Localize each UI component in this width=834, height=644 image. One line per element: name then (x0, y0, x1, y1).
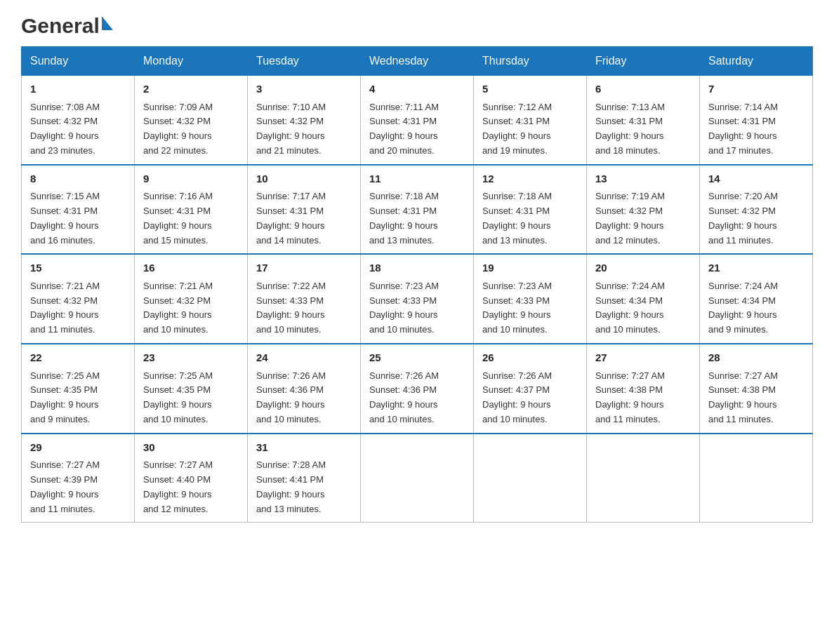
day-info: Sunrise: 7:19 AMSunset: 4:32 PMDaylight:… (595, 189, 691, 248)
day-number: 11 (369, 171, 465, 187)
day-info: Sunrise: 7:28 AMSunset: 4:41 PMDaylight:… (256, 458, 352, 516)
calendar-week-row: 22Sunrise: 7:25 AMSunset: 4:35 PMDayligh… (22, 344, 813, 434)
day-info: Sunrise: 7:26 AMSunset: 4:36 PMDaylight:… (256, 369, 352, 427)
calendar-week-row: 29Sunrise: 7:27 AMSunset: 4:39 PMDayligh… (22, 434, 813, 523)
day-number: 13 (595, 171, 691, 187)
calendar-week-row: 1Sunrise: 7:08 AMSunset: 4:32 PMDaylight… (22, 75, 813, 165)
calendar-cell: 13Sunrise: 7:19 AMSunset: 4:32 PMDayligh… (587, 165, 700, 255)
day-number: 12 (482, 171, 578, 187)
day-number: 17 (256, 260, 352, 276)
calendar-week-row: 8Sunrise: 7:15 AMSunset: 4:31 PMDaylight… (22, 165, 813, 255)
day-info: Sunrise: 7:08 AMSunset: 4:32 PMDaylight:… (30, 100, 126, 159)
day-info: Sunrise: 7:25 AMSunset: 4:35 PMDaylight:… (30, 369, 126, 427)
day-number: 5 (482, 81, 578, 98)
day-info: Sunrise: 7:21 AMSunset: 4:32 PMDaylight:… (143, 279, 239, 337)
day-number: 20 (595, 260, 691, 276)
day-number: 10 (256, 171, 352, 187)
day-number: 4 (369, 81, 465, 98)
calendar-cell: 25Sunrise: 7:26 AMSunset: 4:36 PMDayligh… (361, 344, 474, 434)
day-number: 28 (708, 350, 804, 366)
calendar-cell: 27Sunrise: 7:27 AMSunset: 4:38 PMDayligh… (587, 344, 700, 434)
calendar-cell: 26Sunrise: 7:26 AMSunset: 4:37 PMDayligh… (474, 344, 587, 434)
day-info: Sunrise: 7:27 AMSunset: 4:38 PMDaylight:… (708, 369, 804, 427)
day-of-week-header: Wednesday (361, 47, 474, 75)
day-info: Sunrise: 7:22 AMSunset: 4:33 PMDaylight:… (256, 279, 352, 337)
day-number: 21 (708, 260, 804, 276)
calendar-cell: 18Sunrise: 7:23 AMSunset: 4:33 PMDayligh… (361, 254, 474, 344)
day-number: 6 (595, 81, 691, 98)
calendar-cell: 12Sunrise: 7:18 AMSunset: 4:31 PMDayligh… (474, 165, 587, 255)
logo-arrow-icon (102, 16, 113, 30)
day-info: Sunrise: 7:24 AMSunset: 4:34 PMDaylight:… (708, 279, 804, 337)
calendar-cell: 29Sunrise: 7:27 AMSunset: 4:39 PMDayligh… (22, 434, 135, 523)
calendar-cell: 14Sunrise: 7:20 AMSunset: 4:32 PMDayligh… (700, 165, 813, 255)
calendar-cell: 20Sunrise: 7:24 AMSunset: 4:34 PMDayligh… (587, 254, 700, 344)
day-number: 18 (369, 260, 465, 276)
day-number: 1 (30, 81, 126, 98)
calendar-cell: 11Sunrise: 7:18 AMSunset: 4:31 PMDayligh… (361, 165, 474, 255)
calendar-table: SundayMondayTuesdayWednesdayThursdayFrid… (21, 46, 813, 523)
calendar-cell: 15Sunrise: 7:21 AMSunset: 4:32 PMDayligh… (22, 254, 135, 344)
calendar-week-row: 15Sunrise: 7:21 AMSunset: 4:32 PMDayligh… (22, 254, 813, 344)
calendar-cell: 1Sunrise: 7:08 AMSunset: 4:32 PMDaylight… (22, 75, 135, 165)
day-of-week-header: Sunday (22, 47, 135, 75)
calendar-cell: 7Sunrise: 7:14 AMSunset: 4:31 PMDaylight… (700, 75, 813, 165)
day-info: Sunrise: 7:26 AMSunset: 4:36 PMDaylight:… (369, 369, 465, 427)
day-info: Sunrise: 7:11 AMSunset: 4:31 PMDaylight:… (369, 100, 465, 159)
calendar-cell: 23Sunrise: 7:25 AMSunset: 4:35 PMDayligh… (135, 344, 248, 434)
calendar-cell: 9Sunrise: 7:16 AMSunset: 4:31 PMDaylight… (135, 165, 248, 255)
day-info: Sunrise: 7:10 AMSunset: 4:32 PMDaylight:… (256, 100, 352, 159)
day-info: Sunrise: 7:24 AMSunset: 4:34 PMDaylight:… (595, 279, 691, 337)
calendar-cell: 16Sunrise: 7:21 AMSunset: 4:32 PMDayligh… (135, 254, 248, 344)
calendar-cell: 2Sunrise: 7:09 AMSunset: 4:32 PMDaylight… (135, 75, 248, 165)
day-info: Sunrise: 7:12 AMSunset: 4:31 PMDaylight:… (482, 100, 578, 159)
calendar-header-row: SundayMondayTuesdayWednesdayThursdayFrid… (22, 47, 813, 75)
day-info: Sunrise: 7:17 AMSunset: 4:31 PMDaylight:… (256, 189, 352, 248)
calendar-cell: 10Sunrise: 7:17 AMSunset: 4:31 PMDayligh… (248, 165, 361, 255)
calendar-cell: 3Sunrise: 7:10 AMSunset: 4:32 PMDaylight… (248, 75, 361, 165)
day-number: 31 (256, 440, 352, 456)
day-number: 3 (256, 81, 352, 98)
day-info: Sunrise: 7:15 AMSunset: 4:31 PMDaylight:… (30, 189, 126, 248)
day-info: Sunrise: 7:27 AMSunset: 4:39 PMDaylight:… (30, 458, 126, 516)
day-info: Sunrise: 7:27 AMSunset: 4:38 PMDaylight:… (595, 369, 691, 427)
day-number: 2 (143, 81, 239, 98)
day-number: 22 (30, 350, 126, 366)
calendar-cell (361, 434, 474, 523)
day-info: Sunrise: 7:26 AMSunset: 4:37 PMDaylight:… (482, 369, 578, 427)
day-number: 29 (30, 440, 126, 456)
day-number: 19 (482, 260, 578, 276)
day-number: 14 (708, 171, 804, 187)
day-info: Sunrise: 7:27 AMSunset: 4:40 PMDaylight:… (143, 458, 239, 516)
day-number: 9 (143, 171, 239, 187)
day-number: 27 (595, 350, 691, 366)
calendar-cell: 22Sunrise: 7:25 AMSunset: 4:35 PMDayligh… (22, 344, 135, 434)
calendar-cell (700, 434, 813, 523)
calendar-cell: 17Sunrise: 7:22 AMSunset: 4:33 PMDayligh… (248, 254, 361, 344)
calendar-cell: 28Sunrise: 7:27 AMSunset: 4:38 PMDayligh… (700, 344, 813, 434)
day-info: Sunrise: 7:18 AMSunset: 4:31 PMDaylight:… (482, 189, 578, 248)
day-number: 24 (256, 350, 352, 366)
page-header: General (21, 14, 813, 32)
day-of-week-header: Saturday (700, 47, 813, 75)
calendar-cell: 24Sunrise: 7:26 AMSunset: 4:36 PMDayligh… (248, 344, 361, 434)
day-number: 15 (30, 260, 126, 276)
calendar-cell (587, 434, 700, 523)
day-info: Sunrise: 7:23 AMSunset: 4:33 PMDaylight:… (482, 279, 578, 337)
day-of-week-header: Friday (587, 47, 700, 75)
day-info: Sunrise: 7:13 AMSunset: 4:31 PMDaylight:… (595, 100, 691, 159)
logo-general-text: General (21, 14, 100, 38)
day-info: Sunrise: 7:16 AMSunset: 4:31 PMDaylight:… (143, 189, 239, 248)
day-number: 30 (143, 440, 239, 456)
day-number: 26 (482, 350, 578, 366)
calendar-cell: 4Sunrise: 7:11 AMSunset: 4:31 PMDaylight… (361, 75, 474, 165)
day-of-week-header: Monday (135, 47, 248, 75)
day-info: Sunrise: 7:14 AMSunset: 4:31 PMDaylight:… (708, 100, 804, 159)
day-of-week-header: Thursday (474, 47, 587, 75)
logo: General (21, 14, 113, 32)
calendar-cell: 8Sunrise: 7:15 AMSunset: 4:31 PMDaylight… (22, 165, 135, 255)
day-number: 16 (143, 260, 239, 276)
calendar-cell: 31Sunrise: 7:28 AMSunset: 4:41 PMDayligh… (248, 434, 361, 523)
calendar-cell: 21Sunrise: 7:24 AMSunset: 4:34 PMDayligh… (700, 254, 813, 344)
calendar-cell: 30Sunrise: 7:27 AMSunset: 4:40 PMDayligh… (135, 434, 248, 523)
